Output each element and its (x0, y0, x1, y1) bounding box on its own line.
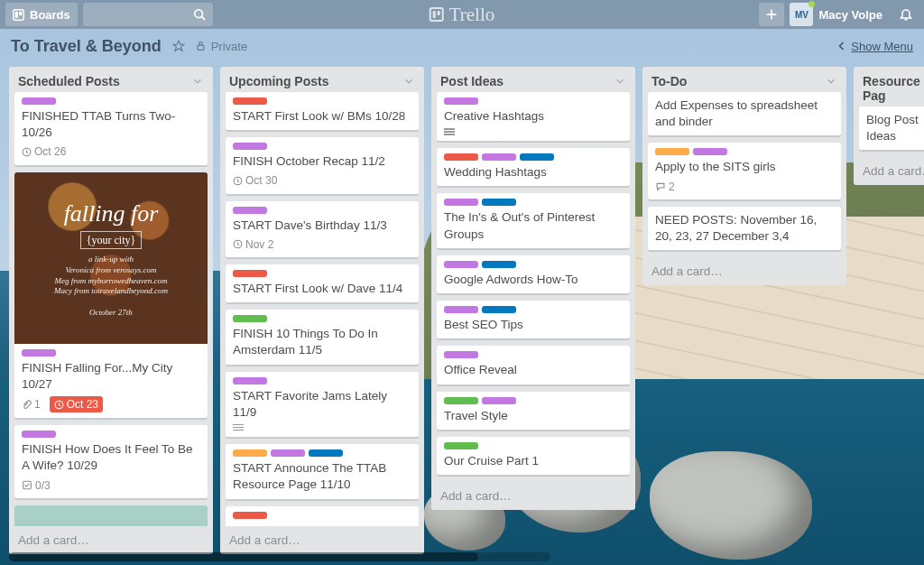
svg-rect-1 (15, 11, 18, 17)
card[interactable]: START First Look w/ Dave 11/4 (226, 264, 419, 303)
card[interactable]: The In's & Out's of Pinterest Groups (437, 193, 630, 248)
card[interactable]: FINISH 10 Things To Do In Amsterdam 11/5 (226, 310, 419, 365)
list-menu-icon[interactable] (825, 75, 837, 88)
card-badges: Nov 2 (233, 237, 411, 252)
card[interactable]: FINISH How Does It Feel To Be A Wife? 10… (14, 425, 208, 499)
lock-icon (196, 41, 206, 51)
search-input[interactable] (83, 3, 213, 26)
label-blue (482, 199, 516, 206)
list-header[interactable]: Resource Pag (854, 67, 924, 107)
list-cards: START First Look w/ BMs 10/28FINISH Octo… (220, 92, 424, 526)
privacy-indicator[interactable]: Private (196, 40, 247, 53)
star-button[interactable] (172, 40, 185, 52)
list-menu-icon[interactable] (614, 75, 626, 88)
badge-desc (233, 424, 244, 431)
add-card-button[interactable]: Add a card… (854, 157, 924, 185)
card-badges (444, 128, 623, 135)
label-blue (482, 261, 516, 268)
card[interactable]: Best SEO Tips (437, 301, 630, 339)
card[interactable]: Google Adwords How-To (437, 255, 630, 294)
svg-rect-8 (198, 45, 204, 50)
badge-clock: Oct 26 (22, 144, 66, 159)
list-menu-icon[interactable] (191, 75, 204, 88)
board-canvas[interactable]: Scheduled PostsFINISHED TTAB Turns Two- … (0, 63, 924, 565)
bell-icon (899, 7, 913, 22)
card[interactable]: Creative Hashtags (437, 92, 630, 142)
card-title: Blog Post Ideas (866, 112, 924, 144)
list-header[interactable]: To-Do (642, 67, 846, 92)
label-purple (482, 397, 516, 404)
label-orange (233, 449, 267, 457)
label-red (233, 270, 267, 277)
card-badges: 1Oct 23 (22, 396, 200, 412)
horizontal-scrollbar[interactable] (9, 552, 550, 561)
card-title: Apply to the SITS girls (655, 159, 834, 175)
card[interactable]: START Dave's Birthday 11/3Nov 2 (226, 201, 419, 258)
list-menu-icon[interactable] (402, 75, 415, 88)
card-labels (444, 442, 623, 449)
list-title: Resource Pag (863, 74, 922, 103)
card-title: The In's & Out's of Pinterest Groups (444, 209, 623, 242)
label-green (444, 442, 478, 449)
list-cards: Blog Post Ideas (854, 107, 924, 157)
card[interactable]: Office Reveal (437, 346, 630, 384)
card[interactable]: falling for{your city}a link-up withVero… (14, 172, 208, 420)
card-labels (233, 377, 411, 384)
add-card-button[interactable]: Add a card… (642, 257, 846, 285)
label-orange (655, 148, 689, 155)
card[interactable]: Wedding Hashtags (437, 148, 630, 187)
create-button[interactable] (759, 3, 784, 26)
label-purple (444, 306, 478, 313)
badge-attach: 1 (22, 397, 41, 412)
card-title: START First Look w/ Dave 11/4 (233, 281, 411, 297)
avatar[interactable]: MV (790, 3, 813, 26)
list-header[interactable]: Post Ideas (431, 67, 635, 92)
avatar-initials: MV (795, 10, 808, 20)
privacy-label: Private (211, 40, 247, 53)
card-labels (444, 153, 623, 161)
card-badges: Oct 30 (233, 173, 411, 188)
trello-logo[interactable]: Trello (430, 4, 495, 26)
label-purple (22, 431, 56, 438)
boards-button[interactable]: Boards (5, 3, 78, 26)
card[interactable]: Add Expenses to spreadsheet and binder (648, 92, 841, 136)
card-title: Office Reveal (444, 362, 623, 378)
svg-rect-2 (19, 11, 22, 14)
label-green (444, 397, 478, 404)
badge-check: 0/3 (22, 478, 51, 493)
label-red (444, 153, 478, 161)
card[interactable]: START First Look w/ BMs 10/28 (226, 92, 419, 131)
svg-rect-0 (14, 9, 23, 19)
card[interactable]: Blog Post Ideas (859, 107, 924, 151)
card-labels (233, 449, 411, 457)
card-title: NEED POSTS: November 16, 20, 23, 27 Dece… (655, 212, 834, 245)
add-card-button[interactable]: Add a card… (220, 526, 424, 554)
card[interactable]: START Announce The TTAB Resource Page 11… (226, 444, 419, 499)
card[interactable]: Apply to the SITS girls2 (648, 143, 841, 199)
card[interactable]: NEED POSTS: November 16, 20, 23, 27 Dece… (648, 207, 841, 251)
card[interactable]: START The Bridal Party 11/11 (226, 506, 419, 526)
username[interactable]: Macy Volpe (818, 8, 882, 22)
show-menu-button[interactable]: Show Menu (837, 40, 913, 53)
card[interactable]: Our Cruise Part 1 (437, 437, 630, 476)
notifications-button[interactable] (893, 3, 919, 26)
add-card-button[interactable]: Add a card… (9, 526, 213, 554)
card-labels (22, 349, 200, 357)
list-title: Post Ideas (440, 74, 504, 88)
card[interactable]: FINISH October Recap 11/2Oct 30 (226, 137, 419, 194)
list-cards: Creative HashtagsWedding HashtagsThe In'… (431, 92, 635, 482)
card-badges: Oct 26 (22, 144, 200, 159)
card[interactable]: START Favorite Jams Lately 11/9 (226, 372, 419, 438)
card-cover: How To (14, 505, 208, 526)
card-labels (233, 512, 411, 519)
board-name[interactable]: To Travel & Beyond (11, 37, 162, 56)
add-card-button[interactable]: Add a card… (431, 482, 635, 510)
list-header[interactable]: Upcoming Posts (220, 67, 424, 92)
card-labels (233, 315, 411, 322)
card[interactable]: FINISHED TTAB Turns Two- 10/26Oct 26 (14, 92, 208, 166)
list-header[interactable]: Scheduled Posts (9, 67, 213, 92)
board-bar: To Travel & Beyond Private Show Menu (0, 29, 924, 63)
card[interactable]: How To (14, 505, 208, 526)
card-labels (444, 199, 623, 206)
card[interactable]: Travel Style (437, 392, 630, 431)
